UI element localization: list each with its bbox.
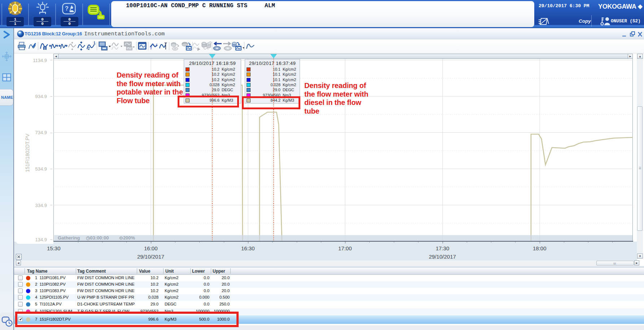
svg-text:?: ?: [65, 5, 69, 12]
svg-text:2: 2: [88, 47, 90, 50]
svg-text:1: 1: [93, 41, 96, 45]
